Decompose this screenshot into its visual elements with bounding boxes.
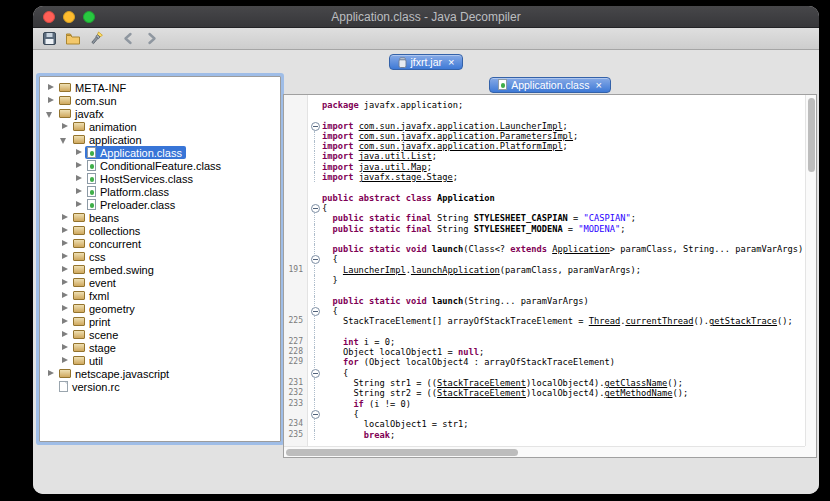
expand-arrow-icon[interactable] (60, 330, 69, 339)
code-line (284, 234, 805, 244)
code-token: "MODENA" (578, 224, 620, 234)
tree-item[interactable]: Application.class (40, 146, 280, 159)
code-link[interactable]: Thread (589, 316, 620, 326)
close-tab-icon[interactable]: × (448, 57, 454, 67)
tree-item[interactable]: concurrent (40, 237, 280, 250)
fold-toggle-icon[interactable] (308, 121, 322, 131)
expand-arrow-icon[interactable] (60, 122, 69, 131)
tree-item[interactable]: com.sun (40, 94, 280, 107)
code-link[interactable]: LauncherImpl (343, 265, 406, 275)
code-link[interactable]: com.sun.javafx.application.LauncherImpl (359, 121, 563, 131)
tree-item[interactable]: event (40, 276, 280, 289)
expand-arrow-icon[interactable] (60, 356, 69, 365)
tree-item[interactable]: embed.swing (40, 263, 280, 276)
package-tree[interactable]: META-INFcom.sunjavafxanimationapplicatio… (39, 76, 281, 442)
vertical-scrollbar[interactable] (805, 95, 816, 446)
expand-arrow-icon[interactable] (74, 187, 83, 196)
expand-arrow-icon[interactable] (60, 291, 69, 300)
fold-toggle-icon[interactable] (308, 368, 322, 378)
close-tab-icon[interactable]: × (595, 80, 601, 90)
code-link[interactable]: StackTraceElement (437, 388, 526, 398)
tree-item[interactable]: Preloader.class (40, 198, 280, 211)
code-token: "CASPIAN" (584, 213, 631, 223)
code-token: import (322, 121, 359, 131)
tree-item[interactable]: geometry (40, 302, 280, 315)
code-link[interactable]: Application (552, 244, 610, 254)
source-tab[interactable]: Application.class × (489, 77, 611, 93)
horizontal-scrollbar-thumb[interactable] (286, 449, 518, 456)
close-window-button[interactable] (43, 11, 55, 23)
expand-arrow-icon[interactable] (60, 239, 69, 248)
expand-arrow-icon[interactable] (46, 96, 55, 105)
code-link[interactable]: getMethodName (604, 388, 672, 398)
expand-arrow-icon[interactable] (74, 200, 83, 209)
fold-toggle-icon[interactable] (308, 254, 322, 264)
expand-arrow-icon[interactable] (60, 252, 69, 261)
tree-item[interactable]: css (40, 250, 280, 263)
horizontal-scrollbar[interactable] (284, 446, 805, 457)
code-link[interactable]: currentThread (625, 316, 693, 326)
expand-arrow-icon[interactable] (60, 226, 69, 235)
tree-item[interactable]: stage (40, 341, 280, 354)
tree-item-main: netscape.javascript (57, 367, 173, 380)
expand-arrow-icon[interactable] (60, 213, 69, 222)
forward-button[interactable] (142, 29, 161, 48)
code-link[interactable]: javafx.stage.Stage (359, 172, 453, 182)
tree-item[interactable]: util (40, 354, 280, 367)
save-button[interactable] (40, 29, 59, 48)
expand-arrow-icon[interactable] (74, 148, 83, 157)
search-button[interactable] (86, 29, 105, 48)
tree-item[interactable]: scene (40, 328, 280, 341)
zoom-window-button[interactable] (83, 11, 95, 23)
code-link[interactable]: getStackTrace (709, 316, 777, 326)
minimize-window-button[interactable] (63, 11, 75, 23)
titlebar[interactable]: Application.class - Java Decompiler (33, 6, 819, 28)
code-line: { (284, 203, 805, 213)
code-link[interactable]: com.sun.javafx.application.PlatformImpl (359, 141, 563, 151)
fold-toggle-icon[interactable] (308, 409, 322, 419)
back-button[interactable] (119, 29, 138, 48)
collapse-arrow-icon[interactable] (60, 135, 69, 144)
tree-item[interactable]: javafx (40, 107, 280, 120)
code-line: import com.sun.javafx.application.Parame… (284, 131, 805, 141)
tree-item[interactable]: fxml (40, 289, 280, 302)
code-link[interactable]: launchApplication (411, 265, 500, 275)
code-lines[interactable]: package javafx.application;import com.su… (284, 95, 805, 446)
code-token: public abstract class (322, 193, 437, 203)
tree-item[interactable]: print (40, 315, 280, 328)
expand-arrow-icon[interactable] (74, 161, 83, 170)
tree-item[interactable]: collections (40, 224, 280, 237)
jar-tab[interactable]: jfxrt.jar × (389, 54, 464, 70)
tree-item[interactable]: animation (40, 120, 280, 133)
vertical-scrollbar-thumb[interactable] (808, 98, 815, 172)
tree-item[interactable]: ConditionalFeature.class (40, 159, 280, 172)
expand-arrow-icon[interactable] (74, 174, 83, 183)
expand-arrow-icon[interactable] (46, 83, 55, 92)
tree-item[interactable]: version.rc (40, 380, 280, 393)
expand-arrow-icon[interactable] (60, 304, 69, 313)
tree-item[interactable]: HostServices.class (40, 172, 280, 185)
code-link[interactable]: java.util.List (359, 151, 432, 161)
code-link[interactable]: getClassName (604, 378, 667, 388)
fold-toggle-icon[interactable] (308, 203, 322, 213)
line-number (284, 193, 308, 203)
tree-item[interactable]: META-INF (40, 81, 280, 94)
expand-arrow-icon[interactable] (60, 278, 69, 287)
tree-item-main: collections (71, 224, 144, 237)
expand-arrow-icon[interactable] (60, 343, 69, 352)
fold-toggle-icon[interactable] (308, 306, 322, 316)
collapse-arrow-icon[interactable] (46, 109, 55, 118)
tree-item-main: concurrent (71, 237, 145, 250)
tree-item[interactable]: beans (40, 211, 280, 224)
code-link[interactable]: com.sun.javafx.application.ParametersImp… (359, 131, 573, 141)
expand-arrow-icon[interactable] (60, 265, 69, 274)
expand-arrow-icon[interactable] (60, 317, 69, 326)
code-link[interactable]: java.util.Map (359, 162, 427, 172)
tree-item[interactable]: netscape.javascript (40, 367, 280, 380)
tree-item[interactable]: Platform.class (40, 185, 280, 198)
open-file-button[interactable] (63, 29, 82, 48)
code-line: import com.sun.javafx.application.Launch… (284, 121, 805, 131)
tree-item[interactable]: application (40, 133, 280, 146)
expand-arrow-icon[interactable] (46, 369, 55, 378)
code-link[interactable]: StackTraceElement (437, 378, 526, 388)
